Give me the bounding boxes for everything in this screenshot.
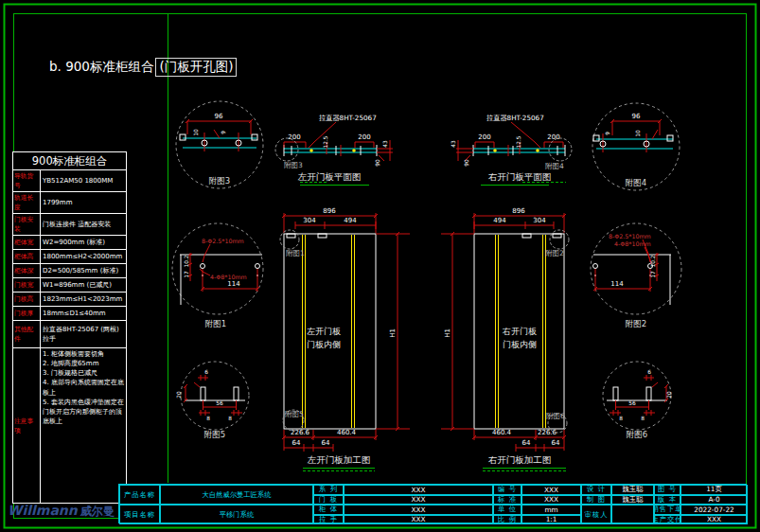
detail5-label: 附图5 [204,430,225,439]
brand-watermark: Willmann威尔曼 [8,503,115,520]
spec-label: 注意事项 [13,348,41,503]
spec-value: D2=500/585mm (标准) [41,264,126,277]
draft-label: 制 图 [581,495,611,505]
door-value: XXX [344,495,493,505]
detail2-label: 附图2 [626,319,646,328]
series-label: 系 列 [313,485,344,495]
project-name-label: 项目名称 [119,505,160,524]
spec-value: 1. 柜体侧板需要切角 2. 地脚高度65mm 3. 门板规格已减尺 4. 底部… [41,348,126,503]
dim-20: 20 [176,391,182,399]
delivery-label: 生产交付 [654,515,680,525]
plan-left-caption: 左开门板平面图 [298,171,362,182]
handle-label: 拉 手 [313,515,344,525]
scale-label: 比 例 [493,515,521,525]
delivery-value: XXX [680,515,748,525]
spec-row: 柜体深D2=500/585mm (标准) [13,264,126,278]
detail6-label: 附图6 [627,430,647,439]
detail-circle-bottom-right: 6 20 56 8 8 附图6 [603,362,672,439]
dim-12-5: 12.5 [516,135,521,148]
number-value: XXX [521,485,581,495]
dim-6: 6 [647,369,651,375]
spec-row-notes: 注意事项1. 柜体侧板需要切角 2. 地脚高度65mm 3. 门板规格已减尺 4… [13,348,126,503]
drawing-title: b. 900标准柜组合 (门板开孔图) [49,58,237,77]
spec-value: 拉直器8HT-25067 (两根) 拉手 [41,321,126,347]
dim-h1: H1 [389,328,397,338]
scale-value: 1:1 [521,515,581,525]
dim-96: 96 [632,113,641,120]
panel-text-1: 右开门板 [502,327,537,336]
dim-896: 896 [512,207,525,215]
dim-64b: 64 [322,439,330,447]
spec-row: 柜体高1800mm≤H2<2000mm [13,250,126,264]
spec-value: 门板连接件 适配器安装 [41,214,126,235]
dim-8a: 8 [619,416,623,421]
elev-right-caption: 右开门板加工图 [488,454,552,465]
sheet-no-value: 11页 [680,485,748,495]
dim-64a: 64 [522,439,531,447]
sheet-no-label: 图 号 [654,485,680,495]
spec-row: 门板安装门板连接件 适配器安装 [13,214,126,236]
callout-dowel-holes: 4-Φ8*10mm [614,240,651,247]
dim-56: 56 [628,400,636,406]
dim-304: 304 [533,217,546,224]
dim-9: 9 [605,132,610,135]
dim-10: 10 [635,130,641,137]
dim-226-6: 226.6 [538,429,557,436]
dim-114: 114 [610,280,624,288]
spec-value: YB512AM50 1800MM [41,170,126,191]
dim-200-left: 200 [478,133,490,141]
dim-460-4: 460.4 [337,429,357,436]
detail-circle-bottom-left: 6 20 56 8 8 附图5 [176,362,249,439]
spec-row: 门板厚18mm≤D1≤40mm [13,307,126,321]
spec-label: 其他配件 [13,321,41,347]
callout-dowel-holes: 4-Φ8*10mm [210,274,247,280]
number-label: 编 号 [493,485,521,495]
product-name-label: 产品名称 [119,485,160,505]
cabinet-value: XXX [344,505,493,515]
dim-8b: 8 [641,416,645,421]
unit-label: 单 位 [493,505,521,515]
dim-90: 90 [464,159,469,167]
spec-label: 门板宽 [13,278,41,292]
dim-6: 6 [204,369,208,375]
spec-row: 门板高1823mm≤H1<2023mm [13,293,126,307]
dim-17: 17 [184,271,189,278]
panel-text-2: 门板内侧 [307,340,341,349]
spec-label: 柜体深 [13,264,41,277]
spec-value: 1823mm≤H1<2023mm [41,293,126,306]
dim-64a: 64 [292,439,301,447]
spec-value: W1=896mm (已减尺) [41,278,126,292]
dim-494: 494 [493,217,506,224]
ref-detail5: 附图5 [285,410,304,418]
spec-label: 门板高 [13,293,41,306]
straightener-callout: 拉直器8HT-25067 [486,114,544,122]
elevation-right: 896 494 304 H1 460.4 226.6 64 64 附图2 附图6… [441,207,569,471]
plan-view-left: 拉直器8HT-25067 200 12.5 200 43 90 附图3 左开门板… [275,114,393,186]
dim-56: 56 [216,400,223,406]
dim-43: 43 [382,140,388,148]
spec-label: 轨道长度 [13,192,41,213]
plan-view-right: 拉直器8HT-25067 200 12.5 200 43 90 附图4 右开门板… [451,114,572,186]
brand-logo-text: Willmann [8,503,78,518]
panel-text-1: 左开门板 [307,327,341,336]
dim-12-5: 12.5 [323,135,328,148]
dim-200-right: 200 [358,133,370,141]
cabinet-label: 柜 体 [313,505,344,515]
spec-label: 门板安装 [13,214,41,235]
dim-90: 90 [375,159,380,167]
dim-17: 17 [650,271,656,278]
dim-10-2: 10.2 [184,255,189,267]
title-block: 产品名称 大自然威尔曼工匠系统 系 列 XXX 编 号 XXX 设 计 魏玉聪 … [118,484,747,523]
callout-pilot-holes: 8-Φ2.5*10mm [202,238,244,244]
spec-value: 18mm≤D1≤40mm [41,307,126,320]
spec-value: W2=900mm (标准) [41,236,126,249]
elev-left-caption: 左开门板加工图 [308,454,371,465]
spec-table: 900标准柜组合 导轨货号YB512AM50 1800MM 轨道长度1799mm… [12,151,127,504]
unit-value: mm [521,505,581,515]
dim-494: 494 [344,217,357,224]
series-value: XXX [344,485,493,495]
detail-circle-mid-left: 8-Φ2.5*10mm 4-Φ8*10mm 10.2 17 114 附图1 [172,223,263,328]
design-value: 魏玉聪 [611,485,654,495]
ref-detail2: 附图2 [545,249,564,257]
detail4-label: 附图4 [626,178,646,187]
